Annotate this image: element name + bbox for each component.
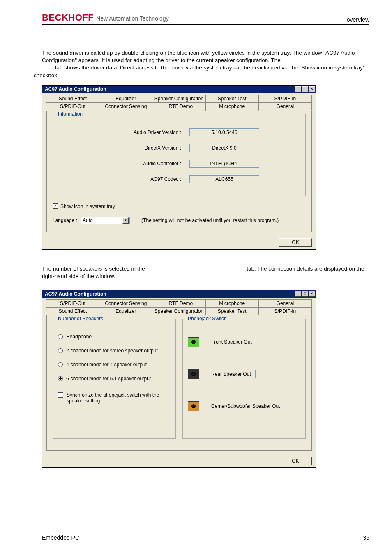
- info-value: INTEL(ICH4): [189, 160, 259, 168]
- tab-connector-sensing[interactable]: Connector Sensing: [99, 102, 152, 111]
- info-value: 5.10.0.5440: [189, 128, 259, 136]
- tab-equalizer[interactable]: Equalizer: [99, 95, 152, 102]
- jack-row: Rear Speaker Out: [188, 369, 300, 379]
- speaker-mode-option[interactable]: 2-channel mode for stereo speaker output: [58, 348, 171, 354]
- tab-s-pdif-in[interactable]: S/PDIF-In: [258, 95, 312, 102]
- close-icon[interactable]: ×: [309, 86, 315, 92]
- logo: BECKHOFF: [42, 12, 94, 23]
- fieldset-legend: Phonejack Switch: [186, 316, 228, 321]
- radio-icon[interactable]: [58, 334, 63, 339]
- speaker-mode-option[interactable]: Headphone: [58, 334, 171, 340]
- speaker-mode-option[interactable]: 6-channel mode for 5.1 speaker output: [58, 376, 171, 382]
- tab-hrtf-demo[interactable]: HRTF Demo: [152, 299, 205, 307]
- body-paragraph-1: The sound driver is called up by double-…: [42, 49, 369, 64]
- language-select[interactable]: Auto ▼: [81, 217, 130, 224]
- tab-s-pdif-out[interactable]: S/PDIF-Out: [46, 102, 99, 111]
- tagline: New Automation Technology: [96, 15, 168, 22]
- speaker-mode-option[interactable]: 4-channel mode for 4 speaker output: [58, 362, 171, 368]
- tab-microphone[interactable]: Microphone: [205, 299, 259, 307]
- fieldset-information: Information Audio Driver Version :5.10.0…: [53, 114, 306, 196]
- radio-icon[interactable]: [58, 362, 63, 367]
- tabstrip: Sound EffectEqualizerSpeaker Configurati…: [42, 93, 316, 111]
- minimize-icon[interactable]: _: [295, 291, 301, 297]
- info-row: DirectX Version :DirectX 9.0: [58, 144, 300, 152]
- tab-equalizer[interactable]: Equalizer: [99, 307, 152, 315]
- tab-microphone[interactable]: Microphone: [205, 102, 259, 111]
- tabstrip: S/PDIF-OutConnector SensingHRTF DemoMicr…: [42, 298, 316, 315]
- jack-hole-icon: [191, 372, 196, 376]
- radio-label: 6-channel mode for 5.1 speaker output: [66, 376, 151, 382]
- tab-s-pdif-out[interactable]: S/PDIF-Out: [46, 299, 99, 307]
- radio-label: Headphone: [66, 334, 92, 340]
- fieldset-num-speakers: Number of Speakers Headphone2-channel mo…: [53, 319, 176, 439]
- tab-hrtf-demo[interactable]: HRTF Demo: [152, 102, 205, 111]
- jack-icon: [188, 401, 199, 411]
- minimize-icon[interactable]: _: [295, 86, 301, 92]
- sync-checkbox[interactable]: [58, 392, 63, 398]
- window-title: AC97 Audio Configuration: [45, 291, 106, 297]
- tab-sound-effect[interactable]: Sound Effect: [46, 307, 99, 315]
- radio-icon[interactable]: [58, 376, 63, 381]
- ok-button[interactable]: OK: [279, 457, 312, 465]
- para1b: tab shows the driver data. Direct access…: [34, 65, 365, 78]
- language-label: Language :: [53, 217, 77, 223]
- page-footer: Embedded PC 35: [42, 534, 369, 541]
- jack-label[interactable]: Rear Speaker Out: [207, 370, 256, 378]
- jack-icon: [188, 369, 199, 379]
- tab-panel-general: Information Audio Driver Version :5.10.0…: [46, 110, 312, 232]
- ok-button[interactable]: OK: [279, 238, 312, 247]
- jack-label[interactable]: Center/Subwoofer Speaker Out: [207, 402, 284, 410]
- info-value: DirectX 9.0: [189, 144, 259, 152]
- maximize-icon[interactable]: □: [302, 291, 308, 297]
- jack-icon: [188, 337, 199, 347]
- tab-general[interactable]: General: [258, 299, 312, 307]
- show-icon-checkbox[interactable]: ✓: [53, 204, 58, 209]
- info-value: ALC655: [189, 175, 259, 183]
- close-icon[interactable]: ×: [309, 291, 315, 297]
- tab-speaker-configuration[interactable]: Speaker Configuration: [152, 307, 205, 315]
- tab-s-pdif-in[interactable]: S/PDIF-In: [258, 307, 312, 315]
- para2a: The number of speakers is selected in th…: [42, 266, 146, 272]
- fieldset-legend: Information: [56, 111, 84, 117]
- fieldset-legend: Number of Speakers: [56, 316, 105, 321]
- titlebar[interactable]: AC97 Audio Configuration _ □ ×: [42, 86, 316, 93]
- tab-sound-effect[interactable]: Sound Effect: [46, 95, 99, 102]
- footer-left: Embedded PC: [42, 534, 79, 541]
- tab-speaker-test[interactable]: Speaker Test: [205, 95, 259, 102]
- page-header: BECKHOFF New Automation Technology overv…: [42, 12, 369, 25]
- titlebar[interactable]: AC97 Audio Configuration _ □ ×: [42, 290, 316, 298]
- tab-speaker-test[interactable]: Speaker Test: [205, 307, 259, 315]
- language-note: (The setting will not be activated until…: [141, 217, 279, 223]
- show-icon-label: Show icon in system tray: [60, 204, 115, 209]
- tab-general[interactable]: General: [258, 102, 312, 111]
- info-row: AC97 Codec :ALC655: [58, 175, 300, 183]
- info-label: Audio Driver Version :: [99, 130, 181, 135]
- tab-speaker-configuration[interactable]: Speaker Configuration: [152, 95, 205, 102]
- info-row: Audio Controller :INTEL(ICH4): [58, 160, 300, 168]
- chevron-down-icon[interactable]: ▼: [122, 217, 129, 224]
- jack-hole-icon: [191, 340, 196, 344]
- dialog-speaker-config: AC97 Audio Configuration _ □ × S/PDIF-Ou…: [42, 290, 316, 468]
- info-label: Audio Controller :: [99, 161, 181, 166]
- tab-panel-speaker: Number of Speakers Headphone2-channel mo…: [46, 315, 312, 451]
- jack-row: Center/Subwoofer Speaker Out: [188, 401, 300, 411]
- maximize-icon[interactable]: □: [302, 86, 308, 92]
- body-paragraph-1b: General tab shows the driver data. Direc…: [34, 64, 369, 79]
- window-title: AC97 Audio Configuration: [45, 86, 106, 92]
- tab-connector-sensing[interactable]: Connector Sensing: [99, 299, 152, 307]
- radio-icon[interactable]: [58, 348, 63, 353]
- info-label: AC97 Codec :: [99, 176, 181, 182]
- dialog-general: AC97 Audio Configuration _ □ × Sound Eff…: [42, 85, 316, 250]
- para1a: The sound driver is called up by double-…: [42, 50, 355, 63]
- fieldset-phonejack: Phonejack Switch Front Speaker OutRear S…: [182, 319, 306, 439]
- info-label: DirectX Version :: [99, 145, 181, 151]
- body-paragraph-2: The number of speakers is selected in th…: [42, 265, 369, 280]
- sync-label: Synchronize the phonejack switch with th…: [67, 392, 165, 404]
- jack-hole-icon: [191, 404, 196, 408]
- header-section: overview: [347, 16, 369, 23]
- footer-page-number: 35: [363, 534, 369, 541]
- language-value: Auto: [83, 217, 93, 223]
- jack-label[interactable]: Front Speaker Out: [207, 338, 256, 346]
- info-row: Audio Driver Version :5.10.0.5440: [58, 128, 300, 136]
- jack-row: Front Speaker Out: [188, 337, 300, 347]
